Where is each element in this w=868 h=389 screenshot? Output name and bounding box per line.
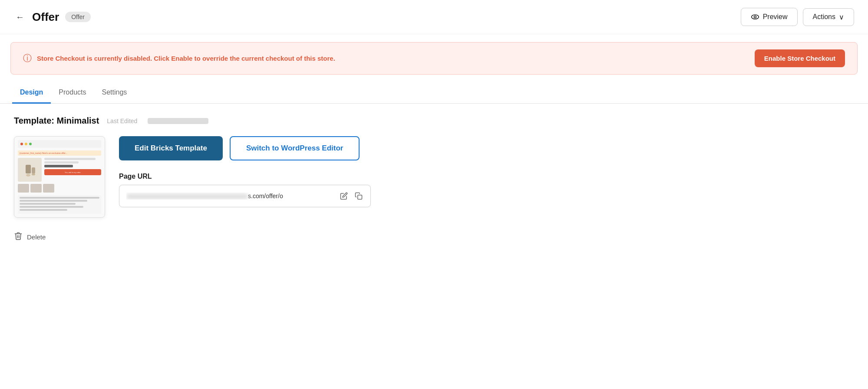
page-title: Offer [32, 10, 59, 24]
copy-icon [355, 192, 363, 200]
action-buttons: Edit Bricks Template Switch to WordPress… [119, 136, 854, 160]
svg-rect-6 [358, 195, 362, 199]
trash-icon [14, 232, 23, 242]
thumb-mini-img-3 [43, 184, 54, 193]
url-text: s.com/offer/o [126, 193, 334, 199]
thumb-product-img [18, 158, 42, 182]
svg-rect-3 [32, 167, 35, 173]
template-right-panel: Edit Bricks Template Switch to WordPress… [119, 136, 854, 207]
alert-text-prefix: Store Checkout is currently disabled. [37, 55, 152, 62]
svg-rect-2 [26, 165, 31, 173]
header-left: ← Offer Offer [14, 10, 741, 24]
svg-point-5 [32, 173, 35, 175]
last-edited-value [148, 118, 208, 124]
tab-products[interactable]: Products [51, 82, 94, 104]
page-url-section: Page URL s.com/offer/o [119, 173, 854, 207]
preview-button[interactable]: Preview [741, 8, 798, 26]
main-content: Template: Minimalist Last Edited {custom… [0, 104, 868, 255]
template-thumbnail: {customer_first_name} Here's an exclusiv… [14, 136, 105, 218]
template-area: {customer_first_name} Here's an exclusiv… [14, 136, 854, 218]
tab-settings[interactable]: Settings [94, 82, 135, 104]
switch-to-wordpress-editor-button[interactable]: Switch to WordPress Editor [230, 136, 360, 160]
tab-design[interactable]: Design [12, 82, 51, 104]
svg-point-1 [754, 16, 756, 18]
actions-button[interactable]: Actions ∨ [803, 8, 854, 26]
alert-left: ⓘ Store Checkout is currently disabled. … [23, 52, 335, 64]
template-title: Template: Minimalist [14, 116, 99, 126]
offer-badge: Offer [65, 12, 91, 22]
thumb-mini-img-1 [18, 184, 29, 193]
back-arrow-icon: ← [16, 12, 24, 22]
thumb-desc-line-4 [20, 206, 83, 208]
url-actions [339, 191, 363, 201]
svg-point-0 [751, 15, 759, 19]
edit-bricks-template-button[interactable]: Edit Bricks Template [119, 136, 223, 160]
svg-point-4 [26, 174, 30, 177]
delete-label: Delete [27, 233, 46, 241]
preview-label: Preview [763, 13, 788, 21]
thumb-desc-line-3 [20, 203, 76, 205]
chevron-down-icon: ∨ [839, 13, 844, 21]
url-visible-part: s.com/offer/o [248, 193, 283, 199]
thumb-mini-img-2 [30, 184, 42, 193]
trash-svg-icon [14, 232, 23, 240]
thumb-banner: {customer_first_name} Here's an exclusiv… [18, 150, 101, 156]
copy-url-button[interactable] [354, 191, 363, 201]
edit-url-button[interactable] [339, 191, 349, 201]
thumb-product-info: Yes, add to my order [44, 158, 101, 182]
thumb-product-row: Yes, add to my order [18, 158, 101, 182]
header: ← Offer Offer Preview Actions ∨ [0, 0, 868, 34]
tabs-bar: Design Products Settings [0, 82, 868, 104]
product-silhouette-icon [21, 161, 39, 179]
thumb-line-3 [44, 165, 73, 167]
thumb-desc-block [18, 195, 101, 214]
enable-store-checkout-button[interactable]: Enable Store Checkout [755, 49, 845, 67]
thumb-desc-line-1 [20, 197, 99, 199]
alert-text-main: Click Enable to override the current che… [154, 55, 335, 62]
thumb-add-to-order-btn: Yes, add to my order [44, 169, 101, 175]
header-right: Preview Actions ∨ [741, 8, 854, 26]
thumb-line-2 [44, 161, 79, 163]
thumb-banner-text: {customer_first_name} Here's an exclusiv… [20, 152, 67, 154]
thumb-dot-green [29, 143, 32, 145]
actions-label: Actions [813, 13, 835, 21]
thumbnail-inner: {customer_first_name} Here's an exclusiv… [14, 137, 105, 217]
thumb-header [18, 140, 101, 148]
thumb-desc-line-2 [20, 200, 87, 202]
url-box: s.com/offer/o [119, 185, 371, 207]
alert-icon: ⓘ [23, 52, 32, 64]
last-edited-label: Last Edited [107, 118, 137, 124]
thumb-line-1 [44, 158, 96, 160]
alert-banner: ⓘ Store Checkout is currently disabled. … [10, 42, 858, 75]
template-header: Template: Minimalist Last Edited [14, 116, 854, 126]
url-blurred-part [126, 194, 248, 199]
thumb-desc-line-5 [20, 209, 67, 211]
thumb-mini-imgs [18, 184, 101, 193]
pencil-icon [340, 192, 348, 200]
back-button[interactable]: ← [14, 10, 26, 24]
alert-text: Store Checkout is currently disabled. Cl… [37, 55, 335, 62]
thumb-dot-yellow [25, 143, 27, 145]
eye-icon [751, 13, 759, 21]
delete-section[interactable]: Delete [14, 232, 854, 242]
page-url-label: Page URL [119, 173, 854, 180]
thumb-dot-red [20, 143, 23, 145]
